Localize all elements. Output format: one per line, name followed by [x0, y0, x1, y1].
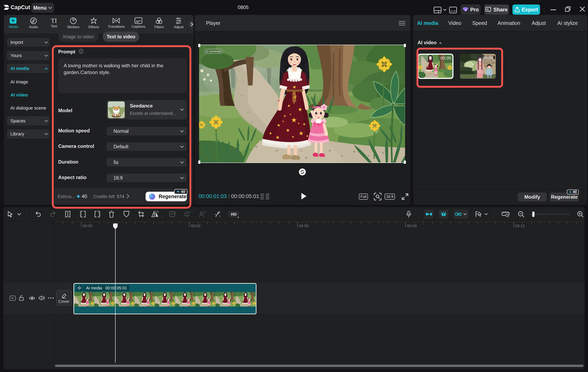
svg-text:AI Generate: AI Generate — [206, 50, 221, 53]
